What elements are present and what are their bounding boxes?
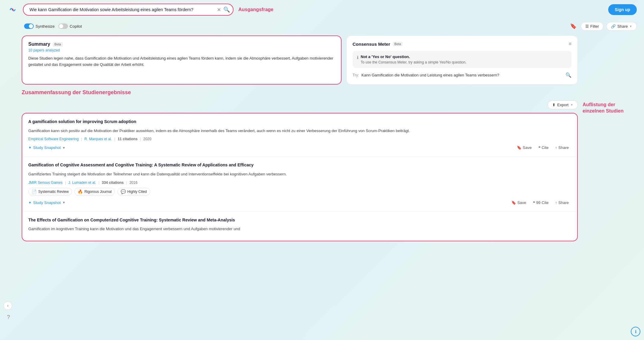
study-actions: ✦ Study Snapshot ▼ 🔖 Save ❝ 99 Cite xyxy=(28,199,571,206)
study-authors: J. Lumaden et al. xyxy=(68,181,96,185)
study-item: The Effects of Gamification on Computeri… xyxy=(22,212,577,241)
toolbar: Synthesize Copilot 🔖 ☰ Filter 🔗 Share ▼ xyxy=(0,19,644,33)
cite-label: Cite xyxy=(542,145,549,150)
study-abstract: Gamifiziertes Training steigert die Moti… xyxy=(28,171,571,178)
study-title: A gamification solution for improving Sc… xyxy=(28,119,571,125)
copilot-toggle-group: Copilot xyxy=(58,23,82,29)
share-button[interactable]: 🔗 Share ▼ xyxy=(606,22,637,31)
synthesize-label: Synthesize xyxy=(36,24,55,29)
share-icon: 🔗 xyxy=(611,24,616,29)
help-button[interactable]: ? xyxy=(4,312,13,322)
consensus-menu-icon[interactable]: ≡ xyxy=(569,41,571,47)
study-title: Gamification of Cognitive Assessment and… xyxy=(28,162,571,168)
filter-label: Filter xyxy=(590,24,599,29)
summary-title-row: Summary Beta xyxy=(28,42,335,47)
synthesize-toggle[interactable] xyxy=(24,23,34,29)
summary-card: Summary Beta 10 papers analyzed Diese St… xyxy=(22,36,342,85)
snapshot-label: Study Snapshot xyxy=(33,200,61,205)
right-sidebar: Auflistung der einzelnen Studien xyxy=(583,36,637,241)
meta-sep2: | xyxy=(98,181,99,185)
consensus-title-row: Consensus Meter Beta xyxy=(353,42,403,47)
search-icon[interactable]: 🔍 xyxy=(223,6,230,13)
save-icon: 🔖 xyxy=(517,145,522,150)
summary-text: Diese Studien legen nahe, dass Gamificat… xyxy=(28,55,335,68)
study-citations: 11 citations xyxy=(118,137,138,141)
main-content: Summary Beta 10 papers analyzed Diese St… xyxy=(0,33,644,244)
consensus-try-row: Try: Kann Gamification die Motivation un… xyxy=(353,72,572,79)
save-button[interactable]: 🔖 Save xyxy=(514,144,534,151)
meta-sep3: | xyxy=(140,137,141,141)
export-button[interactable]: ⬆ Export ▼ xyxy=(548,100,578,109)
meta-sep1: | xyxy=(81,137,82,141)
study-abstract: Gamification kann sich positiv auf die M… xyxy=(28,128,571,134)
top-cards: Summary Beta 10 papers analyzed Diese St… xyxy=(22,36,578,85)
share-label: Share xyxy=(558,145,569,150)
cite-icon: ❝ xyxy=(538,145,540,150)
try-text: Kann Gamification die Motivation und Lei… xyxy=(361,73,499,77)
meta-sep1: | xyxy=(65,181,66,185)
left-nav xyxy=(7,36,17,241)
consensus-card: Consensus Meter Beta ≡ ℹ Not a 'Yes or N… xyxy=(346,36,578,85)
ausgangsfrage-label: Ausgangsfrage xyxy=(238,7,273,12)
expand-button[interactable]: › xyxy=(4,301,12,310)
consensus-search-icon[interactable]: 🔍 xyxy=(565,72,571,79)
study-authors: R. Marques et al. xyxy=(85,137,112,141)
consensus-not-yn-desc: To use the Consensus Meter, try asking a… xyxy=(361,60,467,64)
bookmark-button[interactable]: 🔖 xyxy=(569,22,578,31)
consensus-beta-badge: Beta xyxy=(393,42,403,46)
snapshot-button[interactable]: ✦ Study Snapshot ▼ xyxy=(28,145,66,150)
tag-systematic-review: 📄 Systematic Review xyxy=(28,188,72,196)
tag-icon: 💬 xyxy=(121,189,126,194)
snapshot-sparkle-icon: ✦ xyxy=(28,200,32,205)
meta-sep3: | xyxy=(126,181,127,185)
info-button[interactable]: ℹ xyxy=(631,327,640,336)
consensus-title: Consensus Meter xyxy=(353,42,390,47)
bottom-left-nav: ? xyxy=(4,312,13,322)
search-icons: ✕ 🔍 xyxy=(217,6,230,13)
consensus-not-yn-title: Not a 'Yes or No' question. xyxy=(361,54,467,59)
papers-analyzed: 10 papers analyzed xyxy=(28,48,335,52)
study-meta: JMIR Serious Games | J. Lumaden et al. |… xyxy=(28,181,571,185)
app-logo[interactable] xyxy=(7,4,18,15)
save-icon: 🔖 xyxy=(511,200,516,205)
clear-icon[interactable]: ✕ xyxy=(217,7,221,13)
studies-container: A gamification solution for improving Sc… xyxy=(22,113,578,241)
filter-button[interactable]: ☰ Filter xyxy=(581,22,604,31)
tag-label: Systematic Review xyxy=(38,190,69,194)
snapshot-button[interactable]: ✦ Study Snapshot ▼ xyxy=(28,200,66,205)
try-label: Try: xyxy=(353,73,359,77)
copilot-toggle[interactable] xyxy=(58,23,68,29)
snapshot-chevron-icon: ▼ xyxy=(62,146,66,150)
share-label: Share xyxy=(558,200,569,205)
signup-button[interactable]: Sign up xyxy=(608,4,637,15)
toolbar-right: 🔖 ☰ Filter 🔗 Share ▼ xyxy=(569,22,637,31)
cite-button[interactable]: ❝ 99 Cite xyxy=(531,199,551,206)
study-meta: Empirical Software Engineering | R. Marq… xyxy=(28,137,571,141)
cite-button[interactable]: ❝ Cite xyxy=(536,144,551,151)
search-input[interactable] xyxy=(23,4,234,16)
center-content: Summary Beta 10 papers analyzed Diese St… xyxy=(22,36,578,241)
export-row: ⬆ Export ▼ xyxy=(22,100,578,109)
share-icon: ↑ xyxy=(555,200,557,205)
study-year: 2016 xyxy=(129,181,138,185)
share-button[interactable]: ↑ Share xyxy=(553,144,571,151)
copilot-label: Copilot xyxy=(70,24,82,29)
filter-icon: ☰ xyxy=(585,24,589,29)
consensus-not-yn-box: ℹ Not a 'Yes or No' question. To use the… xyxy=(353,51,572,68)
study-citations: 334 citations xyxy=(102,181,124,185)
share-button[interactable]: ↑ Share xyxy=(553,199,571,206)
study-title: The Effects of Gamification on Computeri… xyxy=(28,217,571,223)
export-icon: ⬆ xyxy=(552,103,556,107)
share-label: Share xyxy=(617,24,628,29)
cite-label: 99 Cite xyxy=(536,200,549,205)
tag-label: Rigorous Journal xyxy=(84,190,112,194)
tag-highly-cited: 💬 Highly Cited xyxy=(117,188,150,196)
consensus-not-yn-text: Not a 'Yes or No' question. To use the C… xyxy=(361,54,467,64)
export-chevron-icon: ▼ xyxy=(570,103,573,107)
study-journal: Empirical Software Engineering xyxy=(28,137,79,141)
snapshot-label: Study Snapshot xyxy=(33,145,61,150)
search-wrapper: ✕ 🔍 xyxy=(23,4,234,16)
save-button[interactable]: 🔖 Save xyxy=(509,199,529,206)
tag-icon: 🔥 xyxy=(78,189,83,194)
study-actions-right: 🔖 Save ❝ 99 Cite ↑ Share xyxy=(509,199,571,206)
